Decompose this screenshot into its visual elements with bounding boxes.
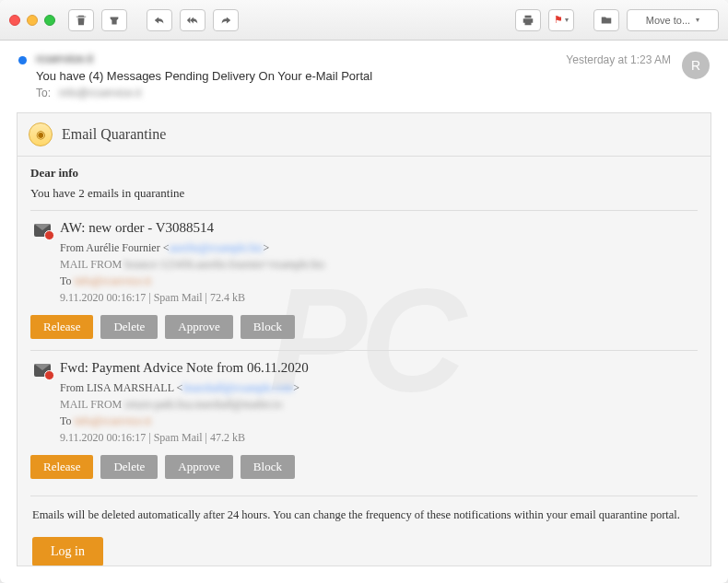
avatar: R — [682, 52, 710, 79]
trash-button[interactable] — [68, 9, 94, 31]
from-email: lmarshall@example.com — [182, 381, 293, 394]
junk-button[interactable] — [101, 9, 127, 31]
move-to-label: Move to... — [646, 15, 690, 26]
from-email: aurelie@example.biz — [169, 241, 263, 254]
mail-window: ⚑ ▾ Move to... ▾ rcservice.it You have (… — [0, 0, 728, 583]
message-body: PC ◉ Email Quarantine Dear info You have… — [17, 112, 711, 566]
quarantine-title: Email Quarantine — [62, 126, 166, 143]
item-subject: Fwd: Payment Advice Note from 06.11.2020 — [60, 360, 698, 376]
quarantine-header: ◉ Email Quarantine — [18, 113, 710, 157]
to-row: To: info@rcservice.it — [36, 87, 557, 99]
unread-indicator — [18, 56, 27, 64]
delete-button[interactable]: Delete — [100, 315, 158, 339]
move-folder-button[interactable] — [593, 9, 619, 31]
mailfrom-value: return-path.lisa.marshall@mailer.io — [124, 398, 282, 411]
folder-move-icon — [600, 14, 613, 27]
quarantine-icon: ◉ — [29, 122, 53, 146]
item-actions: Release Delete Approve Block — [30, 455, 698, 479]
chevron-down-icon: ▾ — [565, 16, 569, 24]
message-subject: You have (4) Messages Pending Delivery O… — [36, 69, 557, 83]
minimize-window-button[interactable] — [27, 15, 38, 26]
reply-icon — [153, 14, 166, 27]
block-button[interactable]: Block — [241, 315, 295, 339]
mailfrom-label: MAIL FROM — [60, 398, 124, 411]
reply-all-icon — [186, 14, 199, 27]
from-label: From Aurélie Fournier < — [60, 241, 169, 254]
greeting: Dear info — [30, 166, 698, 181]
print-icon — [522, 14, 534, 27]
release-button[interactable]: Release — [30, 315, 93, 339]
message-header: rcservice.it You have (4) Messages Pendi… — [0, 41, 728, 107]
release-button[interactable]: Release — [30, 455, 93, 479]
quarantine-item: Fwd: Payment Advice Note from 06.11.2020… — [30, 350, 698, 490]
trash-icon — [75, 14, 88, 27]
item-stats: 9.11.2020 00:16:17 | Spam Mail | 47.2 kB — [60, 431, 245, 444]
blocked-mail-icon — [34, 224, 51, 237]
forward-icon — [219, 14, 232, 27]
mailfrom-value: bounce-123456.aurelie.fournier=example.b… — [124, 258, 324, 271]
to-value: info@rcservice.it — [75, 414, 151, 427]
approve-button[interactable]: Approve — [165, 315, 233, 339]
flag-button[interactable]: ⚑ ▾ — [548, 9, 574, 31]
intro-text: You have 2 emails in quarantine — [30, 186, 698, 201]
print-button[interactable] — [515, 9, 541, 31]
approve-button[interactable]: Approve — [165, 455, 233, 479]
to-value: info@rcservice.it — [75, 274, 151, 287]
move-to-dropdown[interactable]: Move to... ▾ — [627, 9, 719, 31]
block-button[interactable]: Block — [241, 455, 295, 479]
item-subject: AW: new order - V3088514 — [60, 220, 698, 236]
from-close: > — [263, 241, 269, 254]
chevron-down-icon: ▾ — [696, 16, 699, 24]
close-window-button[interactable] — [9, 15, 20, 26]
titlebar: ⚑ ▾ Move to... ▾ — [0, 0, 728, 41]
zoom-window-button[interactable] — [44, 15, 55, 26]
window-controls — [9, 15, 55, 26]
footer-text: Emails will be deleted automatically aft… — [32, 507, 696, 524]
quarantine-item: AW: new order - V3088514 From Aurélie Fo… — [30, 210, 698, 350]
junk-icon — [108, 14, 121, 27]
from-close: > — [293, 381, 299, 394]
mailfrom-label: MAIL FROM — [60, 258, 124, 271]
item-actions: Release Delete Approve Block — [30, 315, 698, 339]
to-label: To: — [36, 87, 51, 99]
sender-name: rcservice.it — [36, 52, 557, 65]
to-label: To — [60, 274, 75, 287]
item-stats: 9.11.2020 00:16:17 | Spam Mail | 72.4 kB — [60, 291, 245, 304]
from-label: From LISA MARSHALL < — [60, 381, 182, 394]
footer: Emails will be deleted automatically aft… — [30, 496, 698, 566]
forward-button[interactable] — [213, 9, 239, 31]
delete-button[interactable]: Delete — [100, 455, 158, 479]
to-label: To — [60, 414, 75, 427]
blocked-mail-icon — [34, 364, 51, 377]
login-button[interactable]: Log in — [32, 537, 103, 566]
reply-all-button[interactable] — [180, 9, 205, 31]
reply-button[interactable] — [147, 9, 172, 31]
flag-icon: ⚑ — [554, 14, 563, 26]
message-timestamp: Yesterday at 1:23 AM — [566, 53, 671, 66]
to-value: info@rcservice.it — [59, 87, 141, 99]
